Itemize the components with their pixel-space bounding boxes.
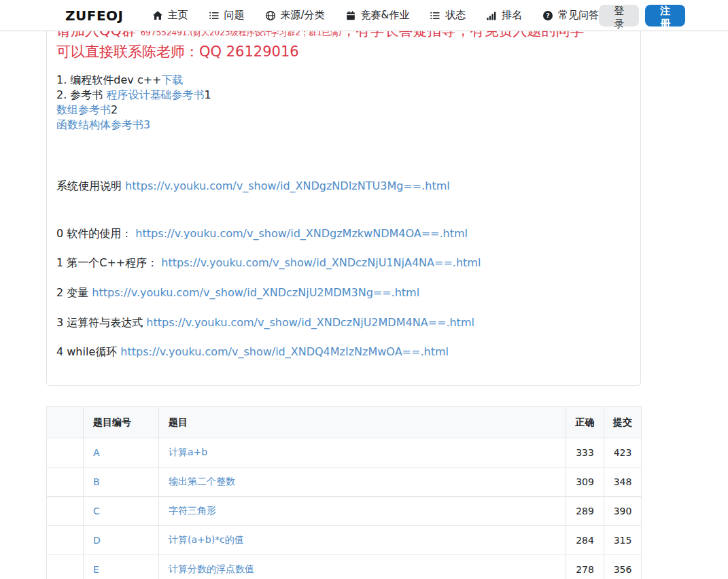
- cell-submitted: 315: [604, 526, 642, 555]
- auth-buttons: 登录 注册: [599, 5, 685, 27]
- cell-problem-id: D: [84, 526, 159, 555]
- cell-accepted: 309: [566, 468, 604, 497]
- cell-empty: [47, 526, 84, 555]
- problems-table: 题目编号 题目 正确 提交 A 计算a+b 333 423 B 输出第二个整数 …: [46, 406, 641, 579]
- cell-empty: [47, 497, 84, 526]
- video-link[interactable]: https://v.youku.com/v_show/id_XNDczNjU2M…: [92, 286, 419, 299]
- devcpp-download-link[interactable]: 下载: [162, 73, 184, 86]
- video-line: 4 while循环 https://v.youku.com/v_show/id_…: [56, 345, 631, 359]
- cell-accepted: 278: [566, 555, 604, 579]
- problem-title-link[interactable]: 字符三角形: [169, 505, 216, 516]
- header-problem-title: 题目: [159, 407, 566, 438]
- nav-item-problems[interactable]: 问题: [209, 9, 245, 22]
- resource-line-software: 1. 编程软件dev c++下载: [56, 73, 631, 88]
- problem-id-link[interactable]: B: [93, 476, 100, 487]
- resource-text: 2: [111, 103, 118, 116]
- cell-problem-title: 计算a+b: [159, 438, 566, 468]
- navbar: ZUFEOJ 主页 问题 来源/分类: [0, 0, 728, 31]
- list-icon: [209, 10, 220, 21]
- nav-menu: 主页 问题 来源/分类: [152, 9, 600, 22]
- table-row: C 字符三角形 289 390: [47, 497, 642, 526]
- video-label: 3 运算符与表达式: [56, 316, 146, 329]
- cell-accepted: 289: [566, 497, 604, 526]
- nav-item-label: 来源/分类: [281, 9, 325, 22]
- cell-empty: [47, 468, 84, 497]
- problem-id-link[interactable]: E: [93, 564, 99, 575]
- video-label: 2 变量: [56, 286, 92, 299]
- nav-item-faq[interactable]: ? 常见问答: [542, 9, 599, 22]
- header-accepted: 正确: [566, 407, 604, 438]
- nav-item-label: 常见问答: [558, 9, 599, 22]
- header-empty: [47, 407, 84, 438]
- list-icon: [430, 10, 440, 21]
- globe-icon: [265, 10, 276, 21]
- home-icon: [152, 10, 163, 21]
- nav-item-ranklist[interactable]: 排名: [486, 9, 522, 22]
- svg-text:?: ?: [547, 12, 551, 19]
- video-link[interactable]: https://v.youku.com/v_show/id_XNDczNjU2M…: [146, 316, 474, 329]
- resource-text: 2. 参考书: [56, 88, 106, 101]
- signal-bars-icon: [486, 10, 497, 21]
- problem-id-link[interactable]: D: [93, 535, 101, 546]
- video-label: 0 软件的使用：: [56, 227, 135, 240]
- table-row: E 计算分数的浮点数值 278 356: [47, 555, 642, 579]
- cell-submitted: 348: [604, 468, 642, 497]
- login-button[interactable]: 登录: [599, 5, 639, 27]
- refbook1-link[interactable]: 程序设计基础参考书: [106, 88, 204, 101]
- cell-problem-title: 计算(a+b)*c的值: [159, 526, 566, 555]
- nav-item-label: 问题: [224, 9, 245, 22]
- question-circle-icon: ?: [542, 10, 553, 21]
- system-usage-label: 系统使用说明: [56, 179, 125, 192]
- header-submitted: 提交: [604, 407, 642, 438]
- cell-submitted: 423: [604, 438, 642, 468]
- video-link[interactable]: https://v.youku.com/v_show/id_XNDQ4MzIzN…: [120, 345, 449, 358]
- nav-item-home[interactable]: 主页: [152, 9, 188, 22]
- cell-problem-id: C: [84, 497, 159, 526]
- announcement-panel: 请加入QQ群 697552491.(财大2023级程序设计学习群2；群1已满)，…: [46, 12, 641, 386]
- video-label: 1 第一个C++程序：: [56, 256, 161, 269]
- qq-notice-line2: 可以直接联系陈老师：QQ 26129016: [56, 42, 631, 61]
- system-usage-link[interactable]: https://v.youku.com/v_show/id_XNDgzNDIzN…: [125, 179, 450, 192]
- problem-id-link[interactable]: A: [93, 447, 100, 458]
- cell-accepted: 284: [566, 526, 604, 555]
- cell-submitted: 356: [604, 555, 642, 579]
- video-line: 1 第一个C++程序： https://v.youku.com/v_show/i…: [56, 256, 631, 270]
- video-link[interactable]: https://v.youku.com/v_show/id_XNDgzMzkwN…: [135, 227, 468, 240]
- problem-title-link[interactable]: 输出第二个整数: [169, 476, 235, 487]
- nav-item-status[interactable]: 状态: [430, 9, 466, 22]
- nav-item-label: 竞赛&作业: [361, 9, 410, 22]
- problem-title-link[interactable]: 计算a+b: [169, 446, 207, 457]
- calendar-icon: [345, 10, 356, 21]
- cell-empty: [47, 438, 84, 468]
- refbook3-link[interactable]: 函数结构体参考书3: [56, 118, 150, 131]
- video-line: 3 运算符与表达式 https://v.youku.com/v_show/id_…: [56, 315, 631, 330]
- video-link[interactable]: https://v.youku.com/v_show/id_XNDczNjU1N…: [161, 256, 481, 269]
- cell-problem-title: 输出第二个整数: [159, 468, 566, 497]
- resource-text: 1. 编程软件dev c++: [56, 73, 162, 86]
- cell-submitted: 390: [604, 497, 642, 526]
- cell-problem-title: 计算分数的浮点数值: [159, 555, 566, 579]
- nav-item-contests[interactable]: 竞赛&作业: [345, 9, 410, 22]
- resource-text: 1: [204, 88, 211, 101]
- resource-line-refbook1: 2. 参考书 程序设计基础参考书1: [56, 88, 631, 103]
- nav-item-label: 状态: [445, 9, 466, 22]
- table-row: B 输出第二个整数 309 348: [47, 468, 642, 497]
- video-line: 2 变量 https://v.youku.com/v_show/id_XNDcz…: [56, 285, 631, 300]
- cell-problem-id: E: [84, 555, 159, 579]
- nav-item-sources[interactable]: 来源/分类: [265, 9, 325, 22]
- video-label: 4 while循环: [56, 345, 120, 358]
- header-problem-id: 题目编号: [84, 407, 159, 438]
- register-button[interactable]: 注册: [645, 5, 685, 27]
- resource-line-refbook3: 函数结构体参考书3: [56, 118, 631, 133]
- cell-problem-id: A: [84, 438, 159, 468]
- resource-line-refbook2: 数组参考书2: [56, 103, 631, 118]
- problem-title-link[interactable]: 计算(a+b)*c的值: [169, 534, 244, 545]
- cell-accepted: 333: [566, 438, 604, 468]
- problem-title-link[interactable]: 计算分数的浮点数值: [169, 563, 254, 574]
- nav-item-label: 排名: [502, 9, 522, 22]
- refbook2-link[interactable]: 数组参考书: [56, 103, 111, 116]
- problem-id-link[interactable]: C: [93, 506, 100, 516]
- site-logo[interactable]: ZUFEOJ: [65, 7, 124, 24]
- cell-problem-title: 字符三角形: [159, 497, 566, 526]
- cell-empty: [47, 555, 84, 579]
